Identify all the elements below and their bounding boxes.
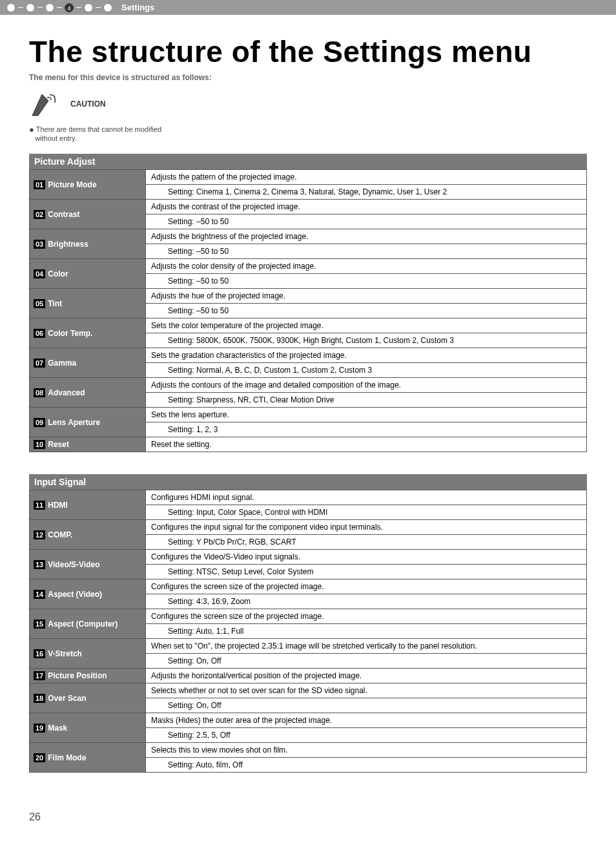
num-badge: 14 bbox=[34, 590, 45, 599]
bullet-icon: ● bbox=[29, 125, 34, 134]
table-input-signal: 11HDMI Configures HDMI input signal. Set… bbox=[29, 490, 587, 773]
breadcrumb-step-4-active: 4 bbox=[65, 3, 74, 12]
row-label-text: Film Mode bbox=[48, 753, 86, 762]
page-title: The structure of the Settings menu bbox=[29, 34, 587, 69]
row-label: 10Reset bbox=[30, 437, 146, 452]
page-number: 26 bbox=[0, 798, 616, 829]
row-desc: Adjusts the color density of the project… bbox=[146, 259, 587, 274]
num-badge: 16 bbox=[34, 649, 45, 658]
row-label-text: Mask bbox=[48, 724, 67, 733]
row-desc: Configures HDMI input signal. bbox=[146, 490, 587, 505]
num-badge: 03 bbox=[34, 240, 45, 249]
note-line-1: There are items that cannot be modified bbox=[36, 125, 161, 133]
num-badge: 07 bbox=[34, 359, 45, 368]
row-setting: Setting: Sharpness, NR, CTI, Clear Motio… bbox=[146, 393, 587, 408]
row-label: 04Color bbox=[30, 259, 146, 289]
row-label-text: COMP. bbox=[48, 530, 72, 539]
row-label: 01Picture Mode bbox=[30, 170, 146, 200]
row-label-text: Brightness bbox=[48, 240, 88, 249]
section-header-input-signal: Input Signal bbox=[29, 474, 587, 490]
row-label: 19Mask bbox=[30, 713, 146, 743]
row-desc: Selects whether or not to set over scan … bbox=[146, 683, 587, 698]
row-label-text: V-Stretch bbox=[48, 649, 82, 658]
row-label: 14Aspect (Video) bbox=[30, 579, 146, 609]
num-badge: 19 bbox=[34, 724, 45, 733]
table-picture-adjust: 01Picture Mode Adjusts the pattern of th… bbox=[29, 169, 587, 452]
row-label-text: HDMI bbox=[48, 501, 68, 510]
breadcrumb-step-6 bbox=[103, 3, 112, 12]
num-badge: 20 bbox=[34, 753, 45, 762]
row-label-text: Picture Mode bbox=[48, 180, 96, 189]
row-label-text: Picture Position bbox=[48, 671, 107, 680]
row-label-text: Color bbox=[48, 269, 68, 278]
row-setting: Setting: –50 to 50 bbox=[146, 304, 587, 318]
row-label: 13Video/S-Video bbox=[30, 550, 146, 579]
breadcrumb-dash bbox=[18, 7, 23, 8]
row-desc: Adjusts the hue of the projected image. bbox=[146, 289, 587, 304]
row-desc: Reset the setting. bbox=[146, 437, 587, 452]
row-setting: Setting: 5800K, 6500K, 7500K, 9300K, Hig… bbox=[146, 333, 587, 348]
row-setting: Setting: 4:3, 16:9, Zoom bbox=[146, 594, 587, 609]
caution-block: CAUTION bbox=[29, 91, 587, 117]
row-label-text: Color Temp. bbox=[48, 329, 92, 338]
breadcrumb-step-2 bbox=[26, 3, 35, 12]
row-desc: Masks (Hides) the outer area of the proj… bbox=[146, 713, 587, 728]
breadcrumb-dash bbox=[57, 7, 62, 8]
row-desc: Sets the gradation characteristics of th… bbox=[146, 348, 587, 363]
row-label: 09Lens Aperture bbox=[30, 408, 146, 437]
breadcrumb-bar: 4 Settings bbox=[0, 0, 616, 15]
breadcrumb-step-3 bbox=[45, 3, 54, 12]
num-badge: 13 bbox=[34, 560, 45, 569]
row-label-text: Gamma bbox=[48, 359, 76, 368]
row-label-text: Over Scan bbox=[48, 694, 86, 703]
row-desc: Configures the screen size of the projec… bbox=[146, 579, 587, 594]
row-setting: Setting: NTSC, Setup Level, Color System bbox=[146, 565, 587, 579]
num-badge: 15 bbox=[34, 620, 45, 629]
num-badge: 18 bbox=[34, 694, 45, 703]
num-badge: 09 bbox=[34, 418, 45, 427]
row-label: 18Over Scan bbox=[30, 683, 146, 713]
row-label-text: Aspect (Video) bbox=[48, 590, 102, 599]
row-desc: Adjusts the contrast of the projected im… bbox=[146, 200, 587, 214]
row-desc: Sets the lens aperture. bbox=[146, 408, 587, 422]
row-setting: Setting: Auto, 1:1, Full bbox=[146, 624, 587, 639]
breadcrumb-dash bbox=[76, 7, 81, 8]
row-setting: Setting: Auto, film, Off bbox=[146, 758, 587, 773]
row-setting: Setting: Y Pb/Cb Pr/Cr, RGB, SCART bbox=[146, 535, 587, 550]
num-badge: 04 bbox=[34, 269, 45, 278]
num-badge: 10 bbox=[34, 440, 45, 449]
row-label-text: Advanced bbox=[48, 388, 85, 397]
row-label: 11HDMI bbox=[30, 490, 146, 520]
row-label: 03Brightness bbox=[30, 229, 146, 259]
row-setting: Setting: –50 to 50 bbox=[146, 274, 587, 289]
breadcrumb-label: Settings bbox=[121, 3, 154, 12]
note-line-2: without entry. bbox=[35, 134, 77, 142]
row-setting: Setting: On, Off bbox=[146, 698, 587, 713]
num-badge: 08 bbox=[34, 388, 45, 397]
row-setting: Setting: 1, 2, 3 bbox=[146, 422, 587, 437]
section-header-picture-adjust: Picture Adjust bbox=[29, 154, 587, 169]
row-setting: Setting: Normal, A, B, C, D, Custom 1, C… bbox=[146, 363, 587, 378]
row-desc: Adjusts the brightness of the projected … bbox=[146, 229, 587, 244]
num-badge: 17 bbox=[34, 671, 45, 680]
row-label: 08Advanced bbox=[30, 378, 146, 408]
breadcrumb-step-5 bbox=[84, 3, 93, 12]
row-label: 07Gamma bbox=[30, 348, 146, 378]
num-badge: 11 bbox=[34, 501, 45, 510]
row-setting: Setting: Cinema 1, Cinema 2, Cinema 3, N… bbox=[146, 185, 587, 200]
note-text: ● There are items that cannot be modifie… bbox=[29, 125, 587, 142]
breadcrumb-dash bbox=[96, 7, 101, 8]
row-label: 05Tint bbox=[30, 289, 146, 318]
row-label: 16V-Stretch bbox=[30, 639, 146, 669]
num-badge: 12 bbox=[34, 530, 45, 539]
megaphone-icon bbox=[29, 91, 61, 117]
row-label-text: Lens Aperture bbox=[48, 418, 100, 427]
row-desc: Configures the Video/S-Video input signa… bbox=[146, 550, 587, 565]
caution-label: CAUTION bbox=[70, 99, 106, 109]
num-badge: 01 bbox=[34, 180, 45, 189]
num-badge: 02 bbox=[34, 210, 45, 219]
row-label: 17Picture Position bbox=[30, 669, 146, 683]
row-label: 20Film Mode bbox=[30, 743, 146, 773]
row-label: 12COMP. bbox=[30, 520, 146, 550]
row-label: 15Aspect (Computer) bbox=[30, 609, 146, 639]
